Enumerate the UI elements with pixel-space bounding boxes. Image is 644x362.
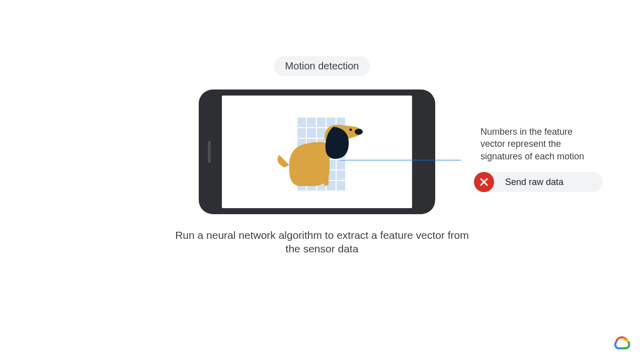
svg-point-1: [355, 129, 363, 135]
diagram-caption: Run a neural network algorithm to extrac…: [169, 228, 475, 256]
google-cloud-icon: [612, 334, 632, 350]
close-icon: [474, 172, 494, 192]
header-pill-label: Motion detection: [285, 60, 359, 71]
annotation-connector-line: [340, 160, 461, 160]
svg-point-0: [290, 162, 314, 186]
dog-illustration: [274, 120, 370, 195]
svg-point-2: [350, 129, 352, 131]
option-label: Send raw data: [505, 177, 564, 188]
option-send-raw-data: Send raw data: [474, 172, 603, 192]
annotation-text: Numbers in the feature vector represent …: [480, 126, 591, 162]
header-pill: Motion detection: [274, 56, 370, 76]
phone-frame: [199, 89, 435, 214]
phone-screen: [222, 96, 412, 208]
